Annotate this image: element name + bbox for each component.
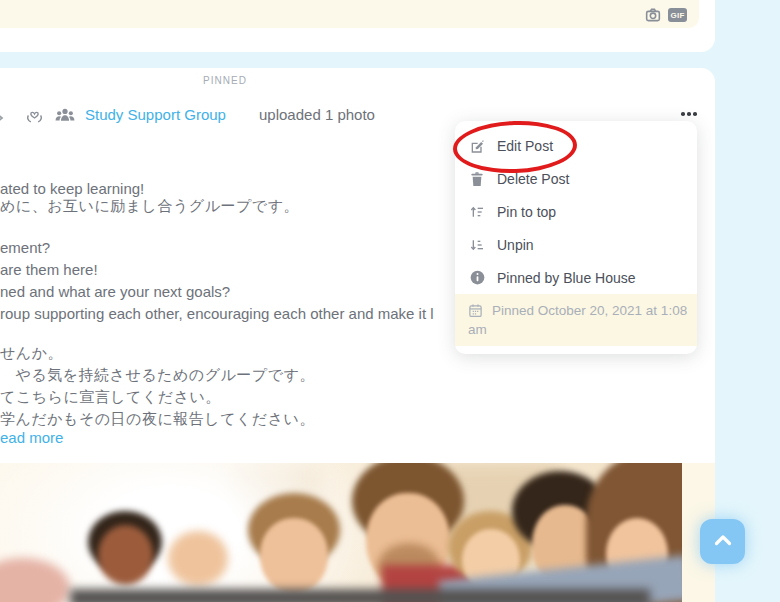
cropped-icon-fragment bbox=[0, 110, 5, 128]
post-body-line: せんか。 bbox=[0, 344, 63, 363]
pinned-date-text: Pinned October 20, 2021 at 1:08 am bbox=[468, 303, 687, 337]
calendar-icon bbox=[468, 303, 484, 319]
chevron-up-icon bbox=[713, 533, 733, 551]
edit-icon bbox=[469, 138, 485, 154]
unpin-icon bbox=[469, 237, 485, 253]
menu-item-pinned-date: Pinned October 20, 2021 at 1:08 am bbox=[455, 294, 697, 346]
compose-input-area[interactable] bbox=[0, 0, 699, 28]
menu-item-unpin[interactable]: Unpin bbox=[455, 228, 697, 261]
post-body-line: めに、お互いに励まし合うグループです。 bbox=[0, 197, 299, 216]
gif-icon[interactable]: GIF bbox=[668, 8, 687, 22]
photo-section bbox=[0, 463, 715, 602]
post-body-line: 学んだかもその日の夜に報告してください。 bbox=[0, 410, 315, 429]
camera-icon[interactable] bbox=[645, 7, 661, 23]
menu-item-label: Pin to top bbox=[497, 204, 556, 220]
scroll-to-top-button[interactable] bbox=[700, 519, 745, 564]
post-body-line: ned and what are your next goals? bbox=[0, 283, 230, 300]
menu-item-delete-post[interactable]: Delete Post bbox=[455, 162, 697, 195]
post-more-button[interactable] bbox=[681, 108, 699, 120]
post-context-menu: Edit Post Delete Post bbox=[455, 121, 697, 354]
post-action-text: uploaded 1 photo bbox=[259, 106, 375, 123]
post-body-line: roup supporting each other, encouraging … bbox=[0, 305, 434, 322]
info-icon bbox=[469, 270, 485, 286]
hands-heart-icon bbox=[24, 105, 45, 129]
menu-item-pin-to-top[interactable]: Pin to top bbox=[455, 195, 697, 228]
post-body-line: ement? bbox=[0, 239, 50, 256]
menu-item-pinned-by[interactable]: Pinned by Blue House bbox=[455, 261, 697, 294]
post-body-line: ated to keep learning! bbox=[0, 180, 144, 197]
post-body-line: are them here! bbox=[0, 261, 98, 278]
group-icon bbox=[54, 106, 76, 128]
post-body-line: てこちらに宣言してください。 bbox=[0, 388, 221, 407]
menu-item-label: Edit Post bbox=[497, 138, 553, 154]
pinned-post-card: PINNED Study Support Grou bbox=[0, 68, 715, 602]
read-more-link[interactable]: ead more bbox=[0, 429, 63, 446]
menu-item-label: Pinned by Blue House bbox=[497, 270, 636, 286]
pinned-label: PINNED bbox=[175, 75, 275, 86]
menu-item-label: Delete Post bbox=[497, 171, 569, 187]
pin-to-top-icon bbox=[469, 204, 485, 220]
menu-item-label: Unpin bbox=[497, 237, 534, 253]
menu-item-edit-post[interactable]: Edit Post bbox=[455, 129, 697, 162]
feed-screen: GIF PINNED bbox=[0, 0, 780, 602]
post-photo[interactable] bbox=[0, 463, 682, 602]
trash-icon bbox=[469, 171, 485, 187]
post-body-line: やる気を持続させるためのグループです。 bbox=[0, 366, 315, 385]
compose-card: GIF bbox=[0, 0, 715, 52]
post-author-link[interactable]: Study Support Group bbox=[85, 106, 226, 123]
